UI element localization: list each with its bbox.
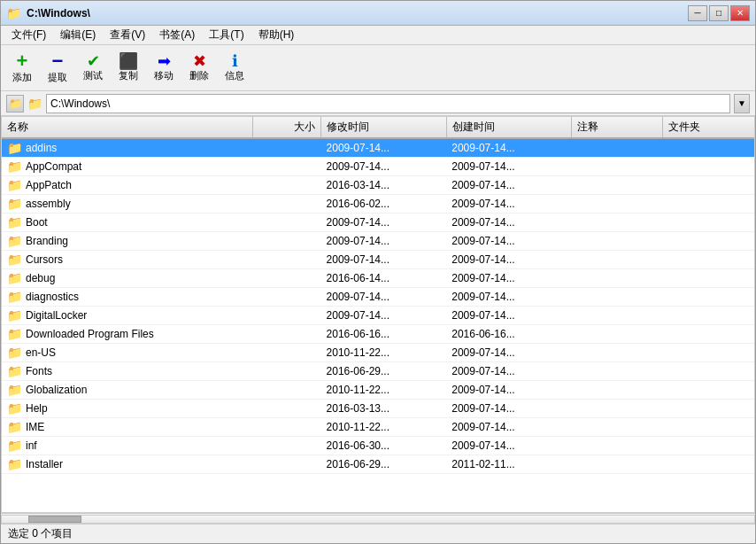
file-name-wrapper: 📁inf <box>7 439 247 453</box>
file-comment-cell <box>572 381 663 400</box>
file-folder-cell <box>663 381 754 400</box>
file-created-cell: 2009-07-14... <box>446 400 572 418</box>
move-label: 移动 <box>154 69 174 82</box>
file-size-cell <box>252 232 320 251</box>
menu-view[interactable]: 查看(V) <box>103 26 152 44</box>
file-created-cell: 2009-07-14... <box>446 344 572 362</box>
window-icon: 📁 <box>6 6 21 20</box>
copy-button[interactable]: ⬛ 复制 <box>114 53 143 82</box>
file-comment-cell <box>572 288 663 307</box>
file-size-cell <box>252 362 320 381</box>
file-created-cell: 2009-07-14... <box>446 158 572 176</box>
info-button[interactable]: ℹ 信息 <box>220 53 249 82</box>
folder-icon: 📁 <box>7 271 22 285</box>
delete-button[interactable]: ✖ 删除 <box>185 53 213 82</box>
col-header-modified[interactable]: 修改时间 <box>321 117 447 138</box>
col-header-created[interactable]: 创建时间 <box>446 117 572 138</box>
folder-icon: 📁 <box>7 141 22 155</box>
file-comment-cell <box>572 269 663 288</box>
test-label: 测试 <box>83 69 103 82</box>
file-table-container[interactable]: 名称 大小 修改时间 创建时间 注释 文件夹 📁addins2009-07-14… <box>1 116 755 513</box>
extract-button[interactable]: − 提取 <box>43 51 72 84</box>
title-controls: ─ □ ✕ <box>688 5 750 21</box>
menu-edit[interactable]: 编辑(E) <box>53 26 103 44</box>
minimize-button[interactable]: ─ <box>688 5 707 21</box>
close-button[interactable]: ✕ <box>730 5 750 21</box>
horizontal-scrollbar[interactable] <box>1 513 755 524</box>
file-size-cell <box>252 288 320 307</box>
test-button[interactable]: ✔ 测试 <box>79 53 107 82</box>
address-input[interactable] <box>46 94 730 113</box>
file-name-text: diagnostics <box>26 291 79 303</box>
address-dropdown-button[interactable]: ▼ <box>734 94 750 113</box>
file-name-cell: 📁diagnostics <box>2 288 252 307</box>
table-row[interactable]: 📁diagnostics2009-07-14...2009-07-14... <box>2 288 754 307</box>
col-header-name[interactable]: 名称 <box>2 117 252 138</box>
file-comment-cell <box>572 158 663 176</box>
table-row[interactable]: 📁inf2016-06-30...2009-07-14... <box>2 437 754 455</box>
table-row[interactable]: 📁Installer2016-06-29...2011-02-11... <box>2 455 754 474</box>
table-row[interactable]: 📁debug2016-06-14...2009-07-14... <box>2 269 754 288</box>
menu-tools[interactable]: 工具(T) <box>202 26 251 44</box>
table-row[interactable]: 📁IME2010-11-22...2009-07-14... <box>2 418 754 437</box>
file-comment-cell <box>572 455 663 474</box>
file-modified-cell: 2010-11-22... <box>321 381 447 400</box>
table-row[interactable]: 📁Cursors2009-07-14...2009-07-14... <box>2 251 754 269</box>
menu-bookmarks[interactable]: 书签(A) <box>152 26 202 44</box>
move-button[interactable]: ➡ 移动 <box>150 53 178 82</box>
file-modified-cell: 2009-07-14... <box>321 214 447 232</box>
table-row[interactable]: 📁AppCompat2009-07-14...2009-07-14... <box>2 158 754 176</box>
table-row[interactable]: 📁Globalization2010-11-22...2009-07-14... <box>2 381 754 400</box>
file-name-text: Installer <box>26 458 63 470</box>
add-button[interactable]: + 添加 <box>8 51 36 84</box>
hscroll-thumb[interactable] <box>28 516 81 523</box>
table-row[interactable]: 📁addins2009-07-14...2009-07-14... <box>2 138 754 158</box>
file-name-cell: 📁AppCompat <box>2 158 252 176</box>
copy-icon: ⬛ <box>119 53 138 69</box>
file-size-cell <box>252 344 320 362</box>
test-icon: ✔ <box>87 53 100 69</box>
file-size-cell <box>252 176 320 195</box>
table-row[interactable]: 📁Fonts2016-06-29...2009-07-14... <box>2 362 754 381</box>
col-header-folder[interactable]: 文件夹 <box>663 117 754 138</box>
file-size-cell <box>252 437 320 455</box>
table-row[interactable]: 📁en-US2010-11-22...2009-07-14... <box>2 344 754 362</box>
table-row[interactable]: 📁assembly2016-06-02...2009-07-14... <box>2 195 754 214</box>
file-size-cell <box>252 138 320 158</box>
file-folder-cell <box>663 176 754 195</box>
file-comment-cell <box>572 214 663 232</box>
address-back-button[interactable]: 📁 <box>6 95 24 113</box>
col-header-comment[interactable]: 注释 <box>572 117 663 138</box>
file-created-cell: 2009-07-14... <box>446 232 572 251</box>
file-modified-cell: 2010-11-22... <box>321 344 447 362</box>
table-row[interactable]: 📁DigitalLocker2009-07-14...2009-07-14... <box>2 307 754 325</box>
file-comment-cell <box>572 418 663 437</box>
file-comment-cell <box>572 400 663 418</box>
file-name-wrapper: 📁Boot <box>7 215 247 229</box>
table-row[interactable]: 📁Boot2009-07-14...2009-07-14... <box>2 214 754 232</box>
maximize-button[interactable]: □ <box>709 5 729 21</box>
copy-label: 复制 <box>119 69 138 82</box>
table-row[interactable]: 📁AppPatch2016-03-14...2009-07-14... <box>2 176 754 195</box>
hscroll-track[interactable] <box>1 515 755 524</box>
file-created-cell: 2009-07-14... <box>446 307 572 325</box>
file-name-wrapper: 📁IME <box>7 420 247 434</box>
folder-icon: 📁 <box>7 215 22 229</box>
folder-icon: 📁 <box>7 364 22 378</box>
file-name-wrapper: 📁AppPatch <box>7 178 247 192</box>
table-row[interactable]: 📁Downloaded Program Files2016-06-16...20… <box>2 325 754 344</box>
menu-file[interactable]: 文件(F) <box>4 26 53 44</box>
title-bar-left: 📁 C:\Windows\ <box>6 6 90 20</box>
window-title: C:\Windows\ <box>27 7 90 19</box>
file-name-cell: 📁AppPatch <box>2 176 252 195</box>
file-modified-cell: 2009-07-14... <box>321 251 447 269</box>
table-row[interactable]: 📁Help2016-03-13...2009-07-14... <box>2 400 754 418</box>
file-folder-cell <box>663 325 754 344</box>
table-row[interactable]: 📁Branding2009-07-14...2009-07-14... <box>2 232 754 251</box>
menu-help[interactable]: 帮助(H) <box>251 26 302 44</box>
col-header-size[interactable]: 大小 <box>252 117 320 138</box>
file-name-text: Boot <box>26 216 48 229</box>
folder-icon: 📁 <box>7 197 22 211</box>
dropdown-icon: ▼ <box>737 98 746 108</box>
file-name-cell: 📁Downloaded Program Files <box>2 325 252 344</box>
